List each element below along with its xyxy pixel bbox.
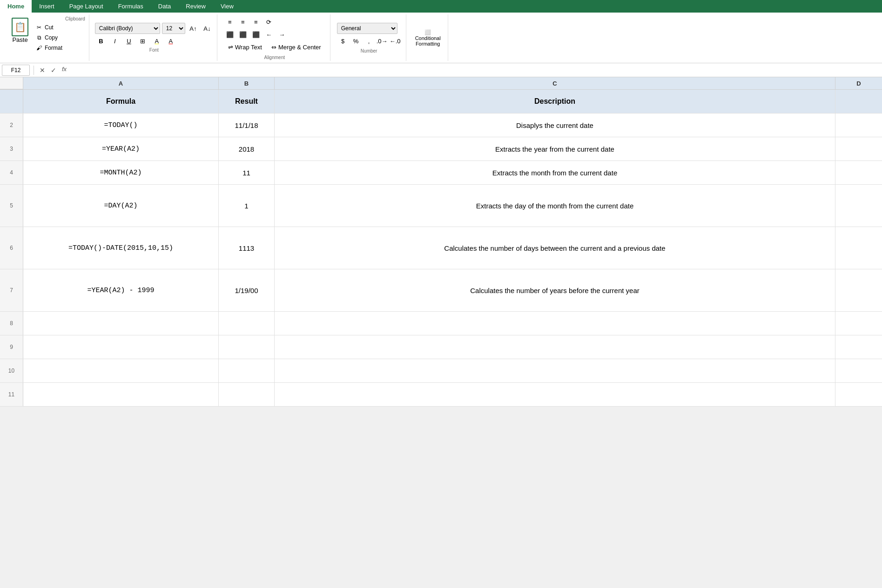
clipboard-label: Clipboard — [65, 16, 85, 60]
cell-a4[interactable]: =MONTH(A2) — [23, 161, 219, 184]
underline-button[interactable]: U — [123, 35, 135, 47]
cell-b4[interactable]: 11 — [219, 161, 275, 184]
formula-input[interactable] — [70, 65, 880, 76]
clipboard-sub-buttons: ✂ Cut ⧉ Copy 🖌 Format — [33, 15, 65, 60]
align-left-button[interactable]: ⬛ — [224, 29, 236, 40]
cell-b3[interactable]: 2018 — [219, 137, 275, 160]
cell-a1[interactable]: Formula — [23, 90, 219, 113]
spreadsheet-row-4: 4 =MONTH(A2) 11 Extracts the month from … — [0, 161, 882, 185]
alignment-group: ≡ ≡ ≡ ⟳ ⬛ ⬛ ⬛ ← → ⇌ Wrap Text — [219, 14, 330, 61]
font-family-select[interactable]: Calibri (Body) — [95, 23, 160, 34]
align-right-button[interactable]: ⬛ — [250, 29, 262, 40]
align-top-right-button[interactable]: ≡ — [250, 16, 262, 27]
tab-view[interactable]: View — [213, 0, 241, 13]
cell-a7[interactable]: =YEAR(A2) - 1999 — [23, 269, 219, 311]
orientation-button[interactable]: ⟳ — [263, 16, 275, 27]
cell-b11[interactable] — [219, 383, 275, 406]
cell-c10[interactable] — [275, 359, 835, 382]
cell-a5[interactable]: =DAY(A2) — [23, 185, 219, 227]
cell-a10[interactable] — [23, 359, 219, 382]
cell-d6[interactable] — [835, 227, 882, 269]
percent-button[interactable]: % — [350, 35, 362, 47]
cell-b9[interactable] — [219, 335, 275, 359]
cell-c9[interactable] — [275, 335, 835, 359]
copy-button[interactable]: ⧉ Copy — [33, 33, 65, 42]
cell-a6[interactable]: =TODAY()-DATE(2015,10,15) — [23, 227, 219, 269]
bold-button[interactable]: B — [95, 35, 107, 47]
cell-b5[interactable]: 1 — [219, 185, 275, 227]
align-center-button[interactable]: ⬛ — [237, 29, 249, 40]
merge-center-button[interactable]: ⇔ Merge & Center — [267, 41, 325, 53]
column-header-a[interactable]: A — [23, 77, 219, 89]
font-row-1: Calibri (Body) 12 A↑ A↓ — [95, 23, 213, 34]
cell-d11[interactable] — [835, 383, 882, 406]
tab-insert[interactable]: Insert — [32, 0, 62, 13]
cell-b1[interactable]: Result — [219, 90, 275, 113]
cancel-formula-icon[interactable]: ✕ — [38, 66, 47, 75]
cell-c4[interactable]: Extracts the month from the current date — [275, 161, 835, 184]
increase-indent-button[interactable]: → — [276, 29, 288, 40]
cell-a2[interactable]: =TODAY() — [23, 114, 219, 137]
cell-reference-input[interactable] — [2, 65, 30, 76]
conditional-formatting-button[interactable]: ⬜ Conditional Formatting — [412, 27, 444, 49]
currency-button[interactable]: $ — [337, 35, 349, 47]
cell-d9[interactable] — [835, 335, 882, 359]
cell-b7[interactable]: 1/19/00 — [219, 269, 275, 311]
cell-d7[interactable] — [835, 269, 882, 311]
paste-button[interactable]: 📋 Paste — [7, 15, 33, 60]
decrease-decimal-button[interactable]: ←.0 — [389, 35, 401, 47]
decrease-indent-button[interactable]: ← — [263, 29, 275, 40]
font-row-2: B I U ⊞ A A — [95, 35, 213, 47]
cell-b10[interactable] — [219, 359, 275, 382]
tab-formulas[interactable]: Formulas — [111, 0, 151, 13]
cell-d5[interactable] — [835, 185, 882, 227]
fill-color-button[interactable]: A — [151, 35, 163, 47]
cell-b6[interactable]: 1113 — [219, 227, 275, 269]
cell-d2[interactable] — [835, 114, 882, 137]
increase-decimal-button[interactable]: .0→ — [376, 35, 388, 47]
column-header-c[interactable]: C — [275, 77, 835, 89]
font-color-button[interactable]: A — [165, 35, 177, 47]
cell-c8[interactable] — [275, 312, 835, 335]
tab-home[interactable]: Home — [0, 0, 32, 13]
cell-c6[interactable]: Calculates the number of days between th… — [275, 227, 835, 269]
comma-button[interactable]: , — [363, 35, 375, 47]
cell-c11[interactable] — [275, 383, 835, 406]
italic-button[interactable]: I — [109, 35, 121, 47]
cell-c3[interactable]: Extracts the year from the current date — [275, 137, 835, 160]
cell-c7[interactable]: Calculates the number of years before th… — [275, 269, 835, 311]
column-header-d[interactable]: D — [835, 77, 882, 89]
cell-d3[interactable] — [835, 137, 882, 160]
cell-c1[interactable]: Description — [275, 90, 835, 113]
font-size-select[interactable]: 12 — [162, 23, 185, 34]
cut-button[interactable]: ✂ Cut — [33, 23, 65, 32]
cell-a9[interactable] — [23, 335, 219, 359]
font-increase-button[interactable]: A↑ — [187, 23, 199, 34]
alignment-row-2: ⬛ ⬛ ⬛ ← → — [224, 29, 325, 40]
format-button[interactable]: 🖌 Format — [33, 43, 65, 53]
fx-icon[interactable]: fx — [60, 66, 68, 75]
cell-d4[interactable] — [835, 161, 882, 184]
align-top-center-button[interactable]: ≡ — [237, 16, 249, 27]
cell-a11[interactable] — [23, 383, 219, 406]
tab-page-layout[interactable]: Page Layout — [62, 0, 111, 13]
cell-b8[interactable] — [219, 312, 275, 335]
column-header-b[interactable]: B — [219, 77, 275, 89]
cell-d10[interactable] — [835, 359, 882, 382]
tab-data[interactable]: Data — [151, 0, 178, 13]
tab-review[interactable]: Review — [178, 0, 213, 13]
cell-d1[interactable] — [835, 90, 882, 113]
cell-b2[interactable]: 11/1/18 — [219, 114, 275, 137]
align-top-left-button[interactable]: ≡ — [224, 16, 236, 27]
border-button[interactable]: ⊞ — [137, 35, 149, 47]
cell-d8[interactable] — [835, 312, 882, 335]
cell-a8[interactable] — [23, 312, 219, 335]
cell-a3[interactable]: =YEAR(A2) — [23, 137, 219, 160]
confirm-formula-icon[interactable]: ✓ — [49, 66, 58, 75]
wrap-text-button[interactable]: ⇌ Wrap Text — [224, 41, 266, 53]
font-decrease-button[interactable]: A↓ — [201, 23, 213, 34]
number-format-select[interactable]: General Number Currency — [337, 23, 397, 34]
cell-c2[interactable]: Disaplys the current date — [275, 114, 835, 137]
cell-c5[interactable]: Extracts the day of the month from the c… — [275, 185, 835, 227]
alignment-row-3: ⇌ Wrap Text ⇔ Merge & Center — [224, 41, 325, 53]
